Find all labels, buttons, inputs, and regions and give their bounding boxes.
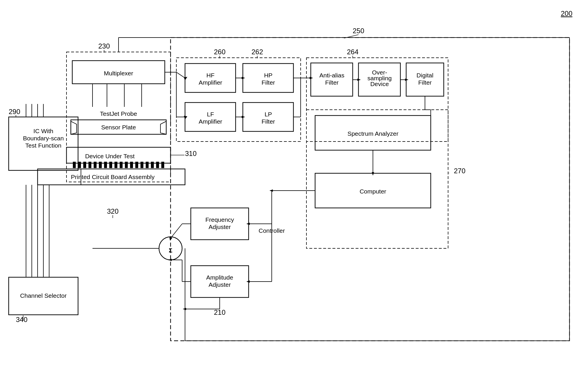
svg-rect-13 <box>140 162 143 168</box>
dut-label: Device Under Test <box>85 153 134 159</box>
wire-freq-to-sum-d <box>171 224 182 238</box>
ref-290: 290 <box>9 108 20 116</box>
box-260 <box>176 58 301 142</box>
svg-rect-0 <box>73 162 76 168</box>
ref-230: 230 <box>98 42 110 50</box>
hf-amp-label1: HF <box>206 72 215 79</box>
arrow-ctrl-to-freq <box>246 223 250 225</box>
svg-rect-12 <box>135 162 138 168</box>
svg-rect-17 <box>161 162 164 168</box>
ref-262: 262 <box>252 48 263 56</box>
anti-alias-label2: Filter <box>325 79 339 86</box>
svg-rect-15 <box>151 162 154 168</box>
wire-260-to-hf-amp <box>176 72 185 78</box>
ref-250-label: 250 <box>353 27 364 35</box>
testjet-probe-label: TestJet Probe <box>100 110 137 117</box>
ref-340: 340 <box>16 316 27 323</box>
svg-rect-11 <box>130 162 133 168</box>
channel-selector-label: Channel Selector <box>20 292 66 299</box>
sensor-plate-label: Sensor Plate <box>101 124 136 131</box>
summer-label: Σ <box>169 247 173 254</box>
arrow-anti-to-over <box>357 79 361 81</box>
ref-270: 270 <box>454 167 465 175</box>
sensor-plate-notch-left <box>71 121 77 134</box>
svg-rect-10 <box>125 162 128 168</box>
freq-adj-label2: Adjuster <box>208 224 231 230</box>
sensor-plate-notch-right <box>160 121 166 134</box>
amp-adj-label1: Amplitude <box>206 274 233 281</box>
ref-320: 320 <box>107 207 119 215</box>
ic-label-1: IC With <box>34 128 53 134</box>
pcba-label: Printed Circuit Board Assembly <box>71 174 155 180</box>
svg-rect-16 <box>156 162 159 168</box>
ic-label-3: Test Function <box>25 142 62 149</box>
svg-rect-1 <box>78 162 81 168</box>
svg-rect-4 <box>94 162 97 168</box>
ref-310: 310 <box>185 150 197 157</box>
lp-filter-label1: LP <box>265 111 272 118</box>
arrow-ctrl-to-amp <box>246 280 250 283</box>
lf-amp-label2: Amplifier <box>199 118 222 125</box>
arrow-over-to-dig <box>405 79 408 81</box>
anti-alias-label1: Anti-alias <box>319 72 344 79</box>
arrow-spec-to-comp <box>372 172 374 176</box>
lp-filter-label2: Filter <box>262 118 275 125</box>
svg-rect-9 <box>120 162 123 168</box>
ref-200: 200 <box>561 10 572 17</box>
dut-pins <box>73 162 164 168</box>
svg-rect-8 <box>114 162 117 168</box>
svg-rect-2 <box>83 162 86 168</box>
arrow-to-lf-amp <box>184 116 187 119</box>
computer-label: Computer <box>360 188 386 195</box>
arrow-to-hf-amp <box>184 77 187 80</box>
digital-filter-label2: Filter <box>418 79 432 86</box>
svg-rect-14 <box>146 162 149 168</box>
hp-filter-label1: HP <box>264 72 272 79</box>
arrow-210 <box>183 308 186 310</box>
freq-adj-label1: Frequency <box>205 216 234 223</box>
ref-260: 260 <box>214 48 225 56</box>
svg-rect-6 <box>104 162 107 168</box>
arrow-hf-to-hp <box>242 77 245 79</box>
ref-264: 264 <box>347 48 358 56</box>
arrow-comp-to-ctrl <box>269 189 273 192</box>
oversampling-label3: Device <box>370 81 389 87</box>
spectrum-analyzer-label: Spectrum Analyzer <box>347 130 398 137</box>
ic-label-2: Boundary-scan <box>23 135 64 142</box>
lf-amp-label1: LF <box>207 111 214 118</box>
hf-amp-label2: Amplifier <box>199 79 222 86</box>
digital-filter-label1: Digital <box>417 72 433 79</box>
svg-rect-7 <box>109 162 112 168</box>
arrow-lf-to-lp <box>242 116 245 118</box>
diagram-container: 200 250 IC With Boundary-scan Test Funct… <box>0 0 588 376</box>
multiplexer-label: Multiplexer <box>104 70 133 77</box>
svg-rect-3 <box>88 162 91 168</box>
hp-filter-label2: Filter <box>262 79 275 86</box>
svg-rect-5 <box>99 162 102 168</box>
arrow-amp-to-sum <box>168 259 172 261</box>
amp-adj-label2: Adjuster <box>208 281 231 288</box>
